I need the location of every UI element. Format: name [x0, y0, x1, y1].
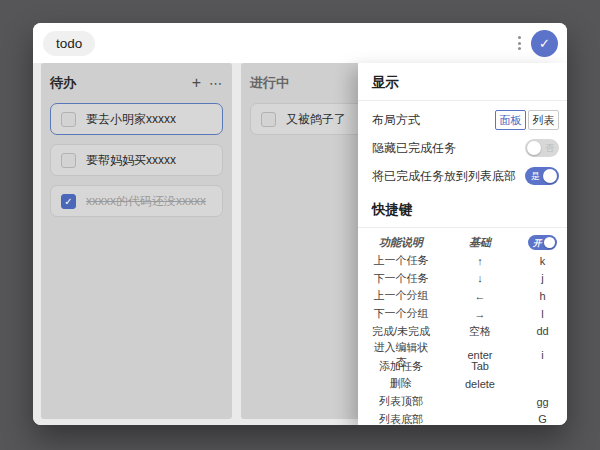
window-header: todo ✓	[33, 23, 567, 63]
confirm-button[interactable]: ✓	[531, 30, 558, 57]
task-checkbox[interactable]	[61, 153, 76, 168]
shortcut-vim-key: G	[528, 413, 557, 425]
completed-to-bottom-row: 将已完成任务放到列表底部 是	[358, 162, 567, 190]
shortcut-action: 下一个任务	[370, 271, 432, 286]
shortcut-vim-key: j	[528, 272, 557, 284]
layout-option-list[interactable]: 列表	[528, 110, 559, 130]
task-checkbox-checked[interactable]: ✓	[61, 194, 76, 209]
toggle-knob	[543, 169, 557, 183]
shortcuts-col-function: 功能说明	[370, 235, 432, 250]
shortcut-action: 上一个任务	[370, 253, 432, 268]
shortcut-action: 上一个分组	[370, 288, 432, 303]
header-actions: ✓	[515, 30, 558, 57]
shortcut-basic-key: ↓	[432, 272, 528, 284]
task-text: 要帮妈妈买xxxxx	[86, 152, 176, 169]
task-text: xxxxx的代码还没xxxxx	[86, 193, 206, 210]
shortcut-row: 下一个分组 → l	[370, 305, 557, 323]
shortcut-basic-key: enter	[432, 349, 528, 361]
shortcut-row: 删除 delete	[370, 375, 557, 393]
shortcuts-header-row: 功能说明 基础 开	[370, 233, 557, 252]
task-card[interactable]: 要帮妈妈买xxxxx	[50, 144, 223, 176]
shortcut-vim-key: gg	[528, 396, 557, 408]
shortcut-row: 列表顶部 gg	[370, 393, 557, 411]
shortcuts-table: 功能说明 基础 开 上一个任务 ↑ k 下一个任务 ↓ j	[370, 233, 557, 425]
shortcut-basic-key: ↑	[432, 255, 528, 267]
shortcut-row: 完成/未完成 空格 dd	[370, 322, 557, 340]
kebab-menu-icon[interactable]	[515, 32, 524, 54]
column-todo: 待办 + ⋯ 要去小明家xxxxx 要帮妈妈买xxxxx ✓ xxxxx的代码还…	[41, 63, 232, 419]
layout-mode-segment: 面板 列表	[495, 110, 559, 130]
column-title: 待办	[50, 74, 76, 92]
toggle-state-text: 开	[533, 238, 542, 247]
shortcut-basic-key: →	[432, 308, 528, 320]
hide-completed-toggle[interactable]: 否	[525, 139, 559, 157]
task-text: 又被鸽子了	[286, 111, 346, 128]
shortcut-vim-key: k	[528, 255, 557, 267]
shortcut-action: 列表顶部	[370, 394, 432, 409]
app-title-badge[interactable]: todo	[43, 31, 95, 56]
settings-panel: 显示 布局方式 面板 列表 隐藏已完成任务 否 将已完成任务放到列表底部 是	[358, 63, 567, 425]
shortcuts-section-title: 快捷键	[372, 201, 553, 219]
todo-app-window: todo ✓ 待办 + ⋯ 要去小明家xxxxx 要帮妈妈买xxxxx	[33, 23, 567, 425]
toggle-state-text: 否	[545, 144, 554, 153]
completed-to-bottom-toggle[interactable]: 是	[525, 167, 559, 185]
shortcut-row: 进入编辑状态 enter i	[370, 340, 557, 358]
shortcut-action: 删除	[370, 376, 432, 391]
hide-completed-row: 隐藏已完成任务 否	[358, 134, 567, 162]
shortcut-vim-key: l	[528, 308, 557, 320]
shortcut-basic-key: Tab	[432, 360, 528, 372]
shortcut-basic-key: delete	[432, 378, 528, 390]
task-card[interactable]: 要去小明家xxxxx	[50, 103, 223, 135]
shortcut-action: 列表底部	[370, 412, 432, 425]
shortcut-row: 下一个任务 ↓ j	[370, 270, 557, 288]
display-section-title: 显示	[372, 74, 553, 92]
shortcut-vim-key: dd	[528, 325, 557, 337]
add-task-icon[interactable]: +	[192, 75, 201, 91]
shortcut-vim-key: h	[528, 290, 557, 302]
shortcut-row: 上一个分组 ← h	[370, 287, 557, 305]
completed-to-bottom-label: 将已完成任务放到列表底部	[372, 168, 516, 185]
task-card[interactable]: ✓ xxxxx的代码还没xxxxx	[50, 185, 223, 217]
shortcut-vim-key: i	[528, 349, 557, 361]
shortcut-row: 上一个任务 ↑ k	[370, 252, 557, 270]
column-header: 待办 + ⋯	[50, 72, 223, 94]
toggle-knob	[527, 141, 541, 155]
divider	[358, 227, 567, 228]
shortcut-action: 完成/未完成	[370, 324, 432, 339]
shortcut-basic-key: 空格	[432, 324, 528, 339]
shortcut-action: 添加任务	[370, 359, 432, 374]
shortcuts-col-basic: 基础	[432, 235, 528, 250]
task-checkbox[interactable]	[61, 112, 76, 127]
task-text: 要去小明家xxxxx	[86, 111, 176, 128]
task-checkbox[interactable]	[261, 112, 276, 127]
shortcut-row: 列表底部 G	[370, 410, 557, 425]
column-actions: + ⋯	[192, 75, 223, 91]
shortcut-basic-key: ←	[432, 290, 528, 302]
column-title: 进行中	[250, 74, 289, 92]
layout-option-board[interactable]: 面板	[495, 110, 526, 130]
divider	[358, 100, 567, 101]
hide-completed-label: 隐藏已完成任务	[372, 140, 456, 157]
shortcut-action: 下一个分组	[370, 306, 432, 321]
column-more-icon[interactable]: ⋯	[209, 77, 223, 90]
shortcuts-enabled-toggle[interactable]: 开	[528, 235, 557, 250]
toggle-knob	[544, 237, 555, 248]
layout-mode-label: 布局方式	[372, 112, 420, 129]
layout-mode-row: 布局方式 面板 列表	[358, 106, 567, 134]
toggle-state-text: 是	[531, 172, 540, 181]
check-icon: ✓	[539, 36, 550, 51]
